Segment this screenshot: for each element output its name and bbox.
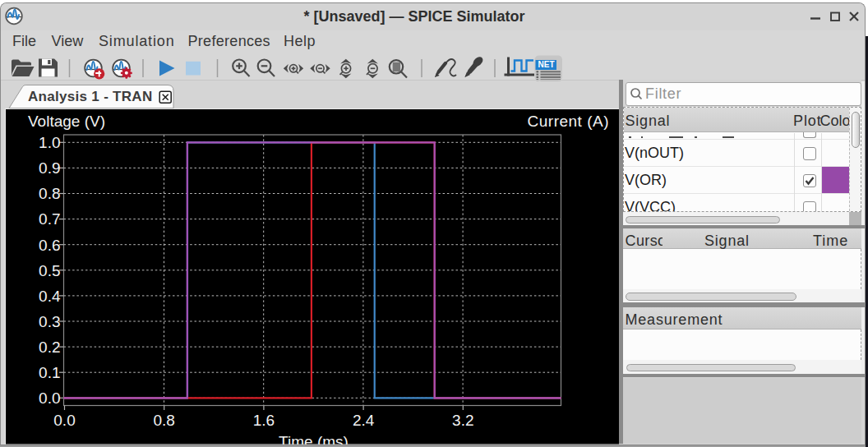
svg-text:0.1: 0.1 <box>39 364 60 381</box>
svg-text:Time (ms): Time (ms) <box>279 433 349 445</box>
svg-text:2.4: 2.4 <box>353 412 375 429</box>
svg-text:0.5: 0.5 <box>39 262 60 279</box>
svg-text:1.6: 1.6 <box>253 412 275 429</box>
svg-text:0.3: 0.3 <box>39 313 60 330</box>
svg-text:0.8: 0.8 <box>153 412 174 429</box>
svg-text:0.8: 0.8 <box>39 185 60 202</box>
svg-text:0.0: 0.0 <box>53 412 75 429</box>
svg-text:Current (A): Current (A) <box>528 113 609 130</box>
svg-text:NET: NET <box>538 60 555 69</box>
svg-text:0.4: 0.4 <box>39 288 61 305</box>
svg-text:0.2: 0.2 <box>39 339 60 356</box>
svg-text:0.9: 0.9 <box>39 159 60 177</box>
svg-text:0.7: 0.7 <box>39 210 60 228</box>
svg-text:1.0: 1.0 <box>39 134 60 151</box>
svg-text:3.2: 3.2 <box>452 412 473 429</box>
svg-text:0.6: 0.6 <box>39 237 60 254</box>
svg-text:0.0: 0.0 <box>39 389 60 407</box>
svg-text:Voltage (V): Voltage (V) <box>28 113 105 130</box>
